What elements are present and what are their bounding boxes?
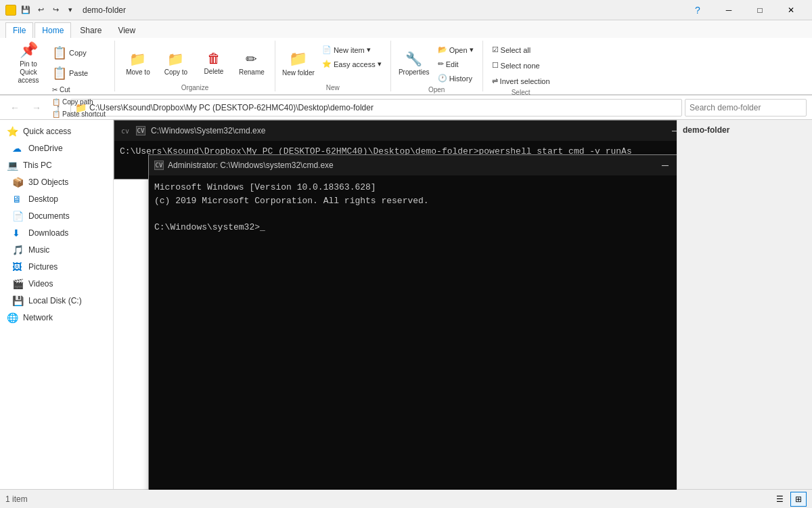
sidebar-item-desktop[interactable]: 🖥 Desktop	[1, 191, 112, 207]
sidebar-label-local-disk: Local Disk (C:)	[28, 296, 82, 305]
maximize-btn[interactable]: □	[744, 0, 775, 20]
title-bar-left: 💾 ↩ ↪ ▾ demo-folder	[5, 3, 126, 17]
admin-cmd-line-4: C:\Windows\system32>_	[154, 221, 677, 234]
sidebar: ⭐ Quick access ☁ OneDrive 💻 This PC 📦 3D…	[0, 120, 114, 490]
clipboard-group: 📌 Pin to Quick access 📋 Copy 📋 Paste ✂	[5, 41, 115, 91]
select-all-button[interactable]: ☑ Select all	[489, 43, 554, 56]
sidebar-item-documents[interactable]: 📄 Documents	[1, 208, 112, 224]
minimize-btn[interactable]: ─	[713, 0, 744, 20]
organize-group: 📁 Move to 📁 Copy to 🗑 Delete ✏ Rename Or…	[115, 41, 275, 91]
delete-button[interactable]: 🗑 Delete	[196, 43, 231, 83]
redo-btn[interactable]: ↪	[49, 3, 62, 17]
new-item-button[interactable]: 📄 New item ▾	[319, 43, 385, 56]
paste-shortcut-button[interactable]: 📋 Paste shortcut	[49, 108, 109, 120]
invert-selection-button[interactable]: ⇌ Invert selection	[489, 75, 554, 87]
new-group: 📁 New folder 📄 New item ▾ ⭐ Easy access …	[275, 41, 391, 91]
sidebar-label-this-pc: This PC	[23, 161, 52, 170]
sidebar-item-pictures[interactable]: 🖼 Pictures	[1, 259, 112, 275]
admin-title-text: Administrator: C:\Windows\system32\cmd.e…	[168, 161, 651, 170]
tab-home[interactable]: Home	[35, 22, 71, 38]
pin-to-quick-access-button[interactable]: 📌 Pin to Quick access	[11, 43, 46, 83]
cmd-outer-title-text: C:\Windows\System32\cmd.exe	[151, 126, 660, 135]
paste-button[interactable]: 📋 Paste	[49, 64, 109, 83]
sidebar-item-videos[interactable]: 🎬 Videos	[1, 276, 112, 292]
undo-btn[interactable]: ↩	[34, 3, 47, 17]
select-none-button[interactable]: ☐ Select none	[489, 59, 554, 72]
sidebar-label-3d-objects: 3D Objects	[28, 177, 68, 187]
sidebar-label-music: Music	[28, 245, 49, 255]
admin-title-bar: CV Administrator: C:\Windows\system32\cm…	[149, 155, 677, 175]
new-label: New	[281, 83, 385, 91]
open-group: 🔧 Properties 📂 Open ▾ ✏ Edit 🕐	[391, 41, 483, 91]
main-area: ⭐ Quick access ☁ OneDrive 💻 This PC 📦 3D…	[0, 120, 812, 490]
window-controls: ? ─ □ ✕	[682, 0, 807, 20]
cut-button[interactable]: ✂ Cut	[49, 84, 109, 96]
desktop-icon: 🖥	[12, 194, 24, 205]
move-to-button[interactable]: 📁 Move to	[120, 43, 156, 83]
tab-share[interactable]: Share	[72, 22, 109, 38]
help-btn[interactable]: ?	[682, 0, 713, 20]
new-folder-button[interactable]: 📁 New folder	[281, 43, 316, 83]
pictures-icon: 🖼	[12, 261, 24, 272]
sidebar-item-this-pc[interactable]: 💻 This PC	[1, 157, 112, 173]
sidebar-item-music[interactable]: 🎵 Music	[1, 242, 112, 258]
sidebar-item-local-disk[interactable]: 💾 Local Disk (C:)	[1, 293, 112, 309]
large-icons-view-btn[interactable]: ⊞	[790, 492, 807, 507]
open-button[interactable]: 📂 Open ▾	[434, 43, 477, 56]
sidebar-label-quick-access: Quick access	[23, 127, 71, 136]
address-text: C:\Users\Ksound\Dropbox\My PC (DESKTOP-6…	[89, 103, 374, 112]
status-bar: 1 item ☰ ⊞	[0, 489, 812, 508]
folder-icon-small	[5, 5, 16, 16]
sidebar-item-network[interactable]: 🌐 Network	[1, 310, 112, 326]
rename-button[interactable]: ✏ Rename	[234, 43, 269, 83]
right-panel-title: demo-folder	[683, 125, 807, 135]
search-input[interactable]	[685, 99, 807, 117]
open-items: 🔧 Properties 📂 Open ▾ ✏ Edit 🕐	[397, 43, 477, 85]
documents-icon: 📄	[12, 211, 24, 221]
tab-file[interactable]: File	[5, 22, 33, 38]
content-area: cv CV C:\Windows\System32\cmd.exe ─ □ ✕ …	[114, 120, 677, 490]
sidebar-item-3d-objects[interactable]: 📦 3D Objects	[1, 174, 112, 190]
organize-items: 📁 Move to 📁 Copy to 🗑 Delete ✏ Rename	[120, 43, 269, 83]
window-title: demo-folder	[83, 5, 126, 15]
ribbon: File Home Share View 📌 Pin to Quick acce…	[0, 20, 812, 96]
properties-button[interactable]: 🔧 Properties	[397, 43, 432, 83]
admin-cmd-line-1: Microsoft Windows [Version 10.0.18363.62…	[154, 181, 677, 194]
3d-objects-icon: 📦	[12, 177, 24, 188]
sidebar-label-videos: Videos	[28, 279, 53, 289]
admin-cmd-content: Microsoft Windows [Version 10.0.18363.62…	[149, 175, 677, 490]
cmd-outer-minimize[interactable]: ─	[665, 123, 677, 139]
sidebar-item-onedrive[interactable]: ☁ OneDrive	[1, 140, 112, 156]
new-items: 📁 New folder 📄 New item ▾ ⭐ Easy access …	[281, 43, 385, 83]
sidebar-item-quick-access[interactable]: ⭐ Quick access	[1, 123, 112, 140]
copy-path-button[interactable]: 📋 Copy path	[49, 96, 109, 108]
ribbon-tabs: File Home Share View	[0, 20, 812, 38]
star-icon: ⭐	[7, 126, 19, 137]
history-button[interactable]: 🕐 History	[434, 72, 477, 85]
ribbon-content: 📌 Pin to Quick access 📋 Copy 📋 Paste ✂	[0, 38, 812, 95]
tab-view[interactable]: View	[110, 22, 143, 38]
admin-minimize-btn[interactable]: ─	[655, 157, 675, 173]
details-view-btn[interactable]: ☰	[771, 492, 788, 507]
sidebar-item-downloads[interactable]: ⬇ Downloads	[1, 225, 112, 241]
address-bar[interactable]: 📁 C:\Users\Ksound\Dropbox\My PC (DESKTOP…	[70, 99, 682, 117]
copy-button[interactable]: 📋 Copy	[49, 43, 109, 62]
network-icon: 🌐	[7, 312, 19, 323]
close-btn[interactable]: ✕	[775, 0, 807, 20]
admin-cmd-line-2: (c) 2019 Microsoft Corporation. All righ…	[154, 194, 677, 208]
right-panel: demo-folder	[677, 120, 812, 490]
admin-cmd-icon: CV	[154, 161, 164, 170]
edit-button[interactable]: ✏ Edit	[434, 58, 477, 70]
save-btn[interactable]: 💾	[19, 3, 32, 17]
organize-label: Organize	[120, 83, 269, 91]
admin-cmd-window: CV Administrator: C:\Windows\system32\cm…	[148, 154, 677, 490]
sidebar-label-desktop: Desktop	[28, 194, 58, 204]
music-icon: 🎵	[12, 245, 24, 255]
videos-icon: 🎬	[12, 278, 24, 289]
open-label: Open	[397, 85, 477, 93]
customize-btn[interactable]: ▾	[64, 3, 77, 17]
easy-access-button[interactable]: ⭐ Easy access ▾	[319, 58, 385, 70]
copy-to-button[interactable]: 📁 Copy to	[158, 43, 194, 83]
select-group: ☑ Select all ☐ Select none ⇌ Invert sele…	[483, 41, 559, 91]
admin-cmd-line-3	[154, 207, 677, 221]
